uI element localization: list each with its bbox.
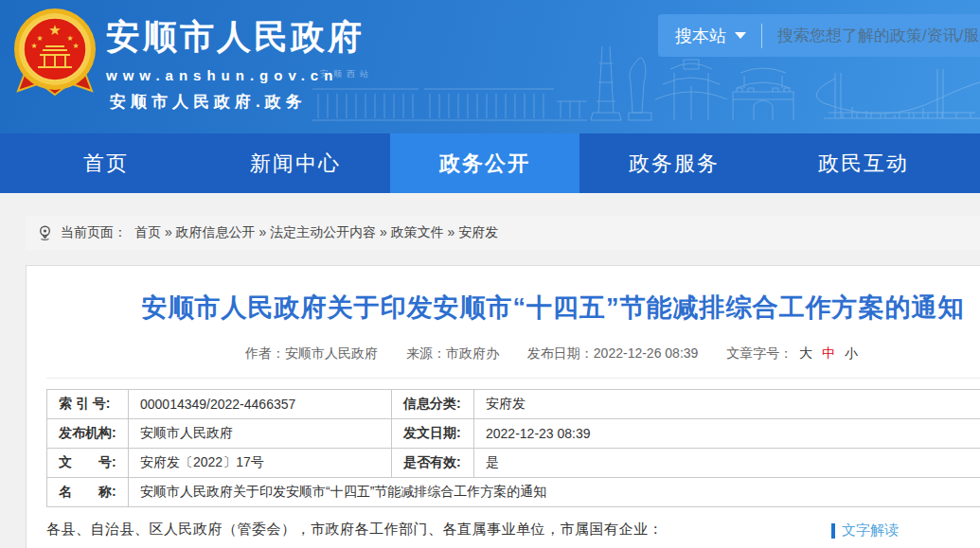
chevron-down-icon [735, 32, 746, 39]
breadcrumb-trail[interactable]: 首页 » 政府信息公开 » 法定主动公开内容 » 政策文件 » 安府发 [134, 224, 498, 241]
table-row: 发布机构: 安顺市人民政府 发文日期: 2022-12-23 08:39 [47, 419, 980, 449]
article-title: 安顺市人民政府关于印发安顺市“十四五”节能减排综合工作方案的通知 [27, 266, 980, 325]
text-interpretation-link[interactable]: 文字解读 [842, 521, 899, 539]
interpret-accent-bar [831, 523, 835, 539]
city-skyline-decoration: 安顺西站 [312, 44, 980, 133]
issue-date-label: 发文日期: [392, 419, 474, 449]
nav-item-news[interactable]: 新闻中心 [201, 133, 390, 193]
index-number-label: 索 引 号: [47, 390, 129, 419]
text-interpretation[interactable]: 文字解读 [831, 521, 899, 539]
font-size-medium-button[interactable]: 中 [822, 345, 835, 361]
skyline-station-label: 安顺西站 [320, 69, 373, 79]
search-scope-label: 搜本站 [675, 25, 726, 47]
validity-value: 是 [474, 449, 980, 478]
location-pin-icon [37, 224, 53, 241]
search-box: 搜本站 [658, 14, 980, 57]
search-scope-dropdown[interactable]: 搜本站 [675, 25, 746, 47]
article-body-row: 各县、自治县、区人民政府（管委会），市政府各工作部门、各直属事业单位，市属国有企… [46, 521, 980, 543]
document-number-value: 安府发〔2022〕17号 [129, 449, 392, 478]
document-info-table: 索 引 号: 000014349/2022-4466357 信息分类: 安府发 … [46, 389, 980, 507]
nav-item-interaction[interactable]: 政民互动 [769, 133, 958, 193]
table-row: 索 引 号: 000014349/2022-4466357 信息分类: 安府发 [47, 390, 980, 419]
issuing-agency-value: 安顺市人民政府 [129, 419, 392, 449]
svg-text:★: ★ [48, 22, 61, 38]
svg-text:★: ★ [30, 42, 37, 50]
meta-divider [46, 378, 980, 379]
info-category-label: 信息分类: [392, 390, 474, 419]
index-number-value: 000014349/2022-4466357 [129, 390, 392, 419]
issue-date-value: 2022-12-23 08:39 [474, 419, 980, 449]
table-row: 名 称: 安顺市人民政府关于印发安顺市“十四五”节能减排综合工作方案的通知 [47, 478, 980, 507]
meta-author: 作者：安顺市人民政府 [245, 345, 378, 361]
document-title-value: 安顺市人民政府关于印发安顺市“十四五”节能减排综合工作方案的通知 [129, 478, 980, 507]
site-header: ★ ★ ★ ★ ★ 安顺市人民政府 www.anshun.gov.cn 安顺市人… [0, 0, 980, 133]
issuing-agency-label: 发布机构: [47, 419, 129, 449]
document-title-label: 名 称: [47, 478, 129, 507]
document-number-label: 文 号: [47, 449, 129, 478]
breadcrumb-prefix: 当前页面： [61, 224, 127, 241]
font-size-large-button[interactable]: 大 [799, 345, 812, 361]
nav-item-home[interactable]: 首页 [11, 133, 201, 193]
font-size-small-button[interactable]: 小 [845, 345, 858, 361]
info-category-value: 安府发 [474, 390, 980, 419]
breadcrumb: 当前页面： 首页 » 政府信息公开 » 法定主动公开内容 » 政策文件 » 安府… [26, 216, 980, 250]
nav-item-gov-disclosure[interactable]: 政务公开 [390, 133, 579, 193]
meta-publish-date: 发布日期：2022-12-26 08:39 [527, 345, 699, 361]
nav-item-gov-services[interactable]: 政务服务 [579, 133, 769, 193]
svg-text:★: ★ [72, 42, 79, 50]
meta-font-size-control: 文章字号： 大 中 小 [726, 345, 861, 361]
meta-source: 来源：市政府办 [406, 345, 499, 361]
validity-label: 是否有效: [392, 449, 474, 478]
article-panel: 安顺市人民政府关于印发安顺市“十四五”节能减排综合工作方案的通知 作者：安顺市人… [26, 265, 980, 548]
table-row: 文 号: 安府发〔2022〕17号 是否有效: 是 [47, 449, 980, 478]
search-input[interactable] [777, 27, 980, 45]
search-divider [761, 24, 762, 48]
main-nav: 首页 新闻中心 政务公开 政务服务 政民互动 [0, 133, 980, 193]
article-meta: 作者：安顺市人民政府 来源：市政府办 发布日期：2022-12-26 08:39… [27, 345, 980, 362]
national-emblem-logo: ★ ★ ★ ★ ★ [11, 7, 98, 101]
article-body-first-line: 各县、自治县、区人民政府（管委会），市政府各工作部门、各直属事业单位，市属国有企… [46, 521, 663, 537]
